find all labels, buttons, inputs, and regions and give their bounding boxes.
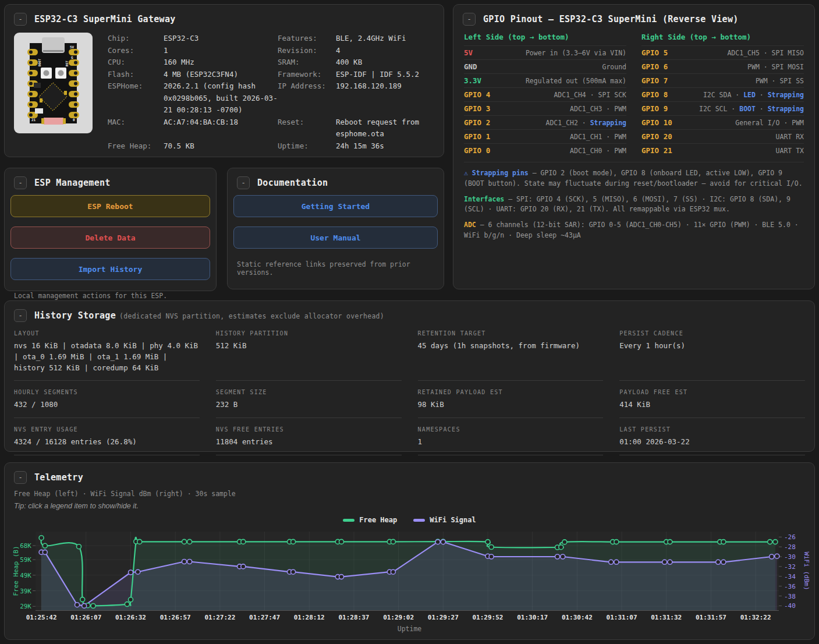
legend-item-free-heap[interactable]: Free Heap: [343, 516, 397, 524]
legend-swatch: [413, 519, 425, 522]
stat-label: NAMESPACES: [418, 426, 604, 433]
pin-description: ADC1_CH0 · PWM: [570, 147, 626, 155]
board-image: 5V G BOOT RST 21 0: [14, 33, 93, 133]
stat-value: 11804 entries: [216, 437, 402, 448]
stat-value: 45 days (1h snapshots, from firmware): [418, 341, 604, 352]
pinout-collapse-button[interactable]: -: [463, 13, 476, 26]
telemetry-chart: 01:25:4201:26:0701:26:3201:26:5701:27:22…: [13, 526, 811, 625]
device-info-value: 4 MB (ESP32C3FN4): [164, 69, 278, 81]
device-info-grid: Chip:ESP32-C3Features:BLE, 2.4GHz WiFiCo…: [108, 33, 434, 152]
svg-text:RST: RST: [65, 60, 69, 66]
stat-label: PAYLOAD FREE EST: [619, 389, 805, 395]
device-card-body: 5V G BOOT RST 21 0 Chip:ESP32-C3Features…: [5, 31, 444, 160]
pinout-row: GPIO 2ADC1_CH2 · Strapping: [464, 115, 626, 129]
delete-data-button[interactable]: Delete Data: [10, 227, 210, 249]
management-collapse-button[interactable]: -: [14, 176, 27, 189]
pinout-note: Interfaces — SPI: GPIO 4 (SCK), 5 (MISO)…: [464, 194, 804, 215]
device-info-value: 70.5 KB: [164, 140, 278, 153]
history-stat: RETENTION TARGET45 days (1h snapshots, f…: [418, 330, 604, 381]
svg-text:01:30:42: 01:30:42: [562, 614, 593, 621]
stat-label: LAST PERSIST: [619, 426, 805, 433]
history-stats-grid: LAYOUTnvs 16 KiB | otadata 8.0 KiB | phy…: [5, 328, 814, 455]
svg-text:G: G: [71, 55, 73, 59]
device-info-label: MAC:: [108, 116, 164, 140]
device-collapse-button[interactable]: -: [14, 13, 27, 26]
telemetry-card-title: Telemetry: [34, 472, 83, 483]
stat-value: nvs 16 KiB | otadata 8.0 KiB | phy 4.0 K…: [14, 341, 200, 373]
device-info-value: 4: [336, 45, 434, 57]
svg-text:01:29:02: 01:29:02: [383, 614, 414, 621]
management-card-header: - ESP Management: [5, 168, 216, 195]
legend-item-wifi-signal[interactable]: WiFi Signal: [413, 516, 476, 524]
pin-name: GPIO 9: [641, 104, 668, 113]
pinout-row: GPIO 9I2C SCL · BOOT · Strapping: [641, 101, 804, 115]
pin-name: GPIO 8: [641, 90, 668, 99]
pin-name: GPIO 4: [464, 90, 490, 99]
pinout-row: GPIO 7PWM · SPI SS: [641, 73, 804, 87]
pinout-note: ⚠ Strapping pins — GPIO 2 (boot mode), G…: [464, 168, 804, 189]
esp-reboot-button[interactable]: ESP Reboot: [10, 195, 210, 217]
stat-label: NVS FREE ENTRIES: [216, 426, 402, 433]
telemetry-tip: Tip: click a legend item to show/hide it…: [5, 498, 814, 510]
svg-text:0: 0: [73, 118, 75, 122]
device-info-label: Uptime:: [278, 140, 336, 153]
pin-description: ADC1_CH1 · PWM: [570, 133, 626, 141]
svg-text:01:27:22: 01:27:22: [204, 614, 235, 621]
pinout-card-header: - GPIO Pinout — ESP32-C3 SuperMini (Reve…: [453, 5, 814, 31]
documentation-card-footer: Static reference links preserved from pr…: [228, 258, 444, 285]
svg-text:01:29:52: 01:29:52: [473, 614, 504, 621]
device-info-value: 192.168.120.189: [336, 80, 434, 116]
pinout-card-title: GPIO Pinout — ESP32-C3 SuperMini (Revers…: [483, 14, 739, 24]
pinout-right-rows: GPIO 5ADC1_CH5 · SPI MISOGPIO 6PWM · SPI…: [641, 45, 804, 157]
pin-description: UART RX: [776, 133, 804, 141]
device-info-value: 400 KB: [336, 56, 434, 69]
stat-label: NVS ENTRY USAGE: [14, 426, 200, 433]
pinout-row: GPIO 0ADC1_CH0 · PWM: [464, 143, 626, 157]
chart-xaxis-title: Uptime: [5, 625, 814, 633]
device-info-label: SRAM:: [278, 56, 336, 69]
svg-text:01:31:32: 01:31:32: [651, 614, 682, 621]
pin-description: Regulated out (500mA max): [526, 77, 626, 85]
pin-name: GND: [464, 62, 477, 71]
getting-started-button[interactable]: Getting Started: [233, 195, 438, 217]
device-info-label: Cores:: [108, 45, 164, 57]
svg-text:-26: -26: [784, 533, 796, 541]
svg-text:5V: 5V: [70, 45, 75, 49]
svg-text:01:30:17: 01:30:17: [517, 614, 548, 621]
pinout-row: GPIO 3ADC1_CH3 · PWM: [464, 101, 626, 115]
history-stat: HISTORY PARTITION512 KiB: [216, 330, 402, 381]
pinout-row: GPIO 5ADC1_CH5 · SPI MISO: [641, 45, 804, 59]
svg-text:01:26:32: 01:26:32: [115, 614, 146, 621]
pinout-columns: Left Side (top → bottom) 5VPower in (3.3…: [453, 31, 814, 157]
stat-label: SEGMENT SIZE: [216, 389, 402, 395]
pin-name: GPIO 3: [464, 104, 490, 113]
pin-description: ADC1_CH5 · SPI MISO: [727, 49, 804, 57]
telemetry-card: - Telemetry Free Heap (left) · WiFi Sign…: [4, 462, 815, 640]
device-info-value: 160 MHz: [164, 56, 278, 69]
history-collapse-button[interactable]: -: [14, 309, 27, 322]
pin-name: GPIO 1: [464, 132, 490, 141]
pinout-row: GPIO 1ADC1_CH1 · PWM: [464, 129, 626, 143]
telemetry-collapse-button[interactable]: -: [14, 471, 27, 484]
telemetry-card-header: - Telemetry: [5, 463, 814, 490]
history-storage-card: - History Storage(dedicated NVS partitio…: [4, 300, 815, 452]
pinout-row: GPIO 20UART RX: [641, 129, 804, 143]
history-stat: NVS ENTRY USAGE4324 / 16128 entries (26.…: [14, 426, 200, 455]
import-history-button[interactable]: Import History: [10, 258, 210, 280]
device-info-value: ESP32-C3: [164, 33, 278, 45]
stat-value: 1: [418, 437, 604, 448]
pin-description: PWM · SPI MOSI: [747, 63, 804, 71]
svg-text:01:28:12: 01:28:12: [294, 614, 325, 621]
device-info-label: Features:: [278, 33, 336, 45]
device-info-label: Reset:: [278, 116, 336, 140]
device-info-value: 2026.2.1 (config hash 0x0298b065, built …: [164, 80, 278, 116]
chart-legend: Free HeapWiFi Signal: [5, 515, 814, 525]
device-info-label: Revision:: [278, 45, 336, 57]
pinout-row: GPIO 21UART TX: [641, 143, 804, 157]
documentation-collapse-button[interactable]: -: [237, 176, 250, 189]
pin-description: I2C SDA · LED · Strapping: [703, 91, 804, 99]
svg-text:-40: -40: [784, 602, 796, 610]
user-manual-button[interactable]: User Manual: [233, 227, 438, 249]
pin-description: ADC1_CH4 · SPI SCK: [554, 91, 626, 99]
stat-value: 512 KiB: [216, 341, 402, 352]
